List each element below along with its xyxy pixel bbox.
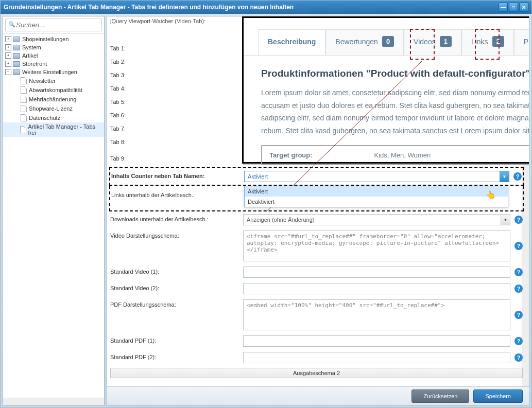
page-icon <box>20 126 26 133</box>
pdf2-input[interactable] <box>243 352 510 363</box>
page-icon <box>21 114 27 121</box>
tree-weitere[interactable]: −Weitere Einstellungen <box>3 68 104 76</box>
tab5-label: Tab 5: <box>110 97 243 105</box>
help-icon[interactable]: ? <box>514 285 523 293</box>
settings-window: Grundeinstellungen - Artikel Tab Manager… <box>0 0 532 408</box>
page-icon <box>21 105 27 112</box>
expand-icon[interactable]: + <box>5 61 11 67</box>
folder-icon <box>13 69 20 75</box>
maximize-button[interactable]: □ <box>509 3 518 12</box>
page-icon <box>21 77 27 84</box>
preview-tab-beschreibung[interactable]: Beschreibung <box>258 29 325 55</box>
expand-icon[interactable]: + <box>5 44 11 50</box>
expand-icon[interactable]: + <box>5 52 11 59</box>
tab7-label: Tab 7: <box>110 123 243 132</box>
form-scroll: jQuery Viewport-Watcher (Video-Tab): Tab… <box>107 16 529 386</box>
preview-target-group: Target group: Kids, Men, Women <box>261 145 529 165</box>
tree-datenschutz[interactable]: Datenschutz <box>3 113 104 122</box>
window-title: Grundeinstellungen - Artikel Tab Manager… <box>4 4 499 11</box>
tree-mehrfach[interactable]: Mehrfachänderung <box>3 95 104 104</box>
video-schema-textarea[interactable] <box>243 230 510 261</box>
tree-lizenz[interactable]: Shopware-Lizenz <box>3 104 104 113</box>
badge-bewertungen: 0 <box>382 36 394 47</box>
settings-tree[interactable]: +Shopeinstellungen +System +Artikel +Sto… <box>3 34 104 398</box>
tree-newsletter[interactable]: Newsletter <box>3 76 104 85</box>
main-panel: jQuery Viewport-Watcher (Video-Tab): Tab… <box>107 16 529 405</box>
folder-icon <box>13 61 20 67</box>
tree-artikel[interactable]: +Artikel <box>3 51 104 60</box>
tab1-label: Tab 1: <box>110 43 243 51</box>
tab9-label: Tab 9: <box>110 153 243 162</box>
preview-tab-links[interactable]: Links2 <box>461 29 514 55</box>
page-icon <box>21 86 27 94</box>
viewport-watcher-label: jQuery Viewport-Watcher (Video-Tab): <box>110 16 243 24</box>
target-label: Target group: <box>269 151 313 159</box>
collapse-icon[interactable]: − <box>5 69 11 75</box>
video1-label: Standard Video (1): <box>110 267 243 275</box>
folder-icon <box>13 37 20 42</box>
folder-icon <box>13 45 20 50</box>
help-icon[interactable]: ? <box>514 353 523 362</box>
tree-abwaerts[interactable]: Abwärtskompatibilität <box>3 85 104 95</box>
preview-tabs: Beschreibung Bewertungen0 Videos1 Links2… <box>244 18 529 56</box>
tab8-label: Tab 8: <box>110 137 243 145</box>
links-label: Links unterhalb der Artikelbesch.: <box>111 190 244 198</box>
help-icon[interactable]: ? <box>514 242 523 250</box>
search-icon: 🔍 <box>8 21 15 28</box>
minimize-button[interactable]: — <box>499 3 508 12</box>
tab2-label: Tab 2: <box>110 57 243 65</box>
preview-tab-videos[interactable]: Videos1 <box>404 29 461 55</box>
help-icon[interactable]: ? <box>514 337 523 345</box>
help-icon[interactable]: ? <box>514 268 523 276</box>
folder-icon <box>13 53 20 59</box>
titlebar[interactable]: Grundeinstellungen - Artikel Tab Manager… <box>1 1 531 14</box>
dropdown-option-deaktiviert[interactable]: Deaktiviert <box>245 197 508 207</box>
search-input[interactable] <box>5 19 102 31</box>
video1-input[interactable] <box>243 267 510 278</box>
chevron-down-icon[interactable]: ▼ <box>501 215 510 225</box>
downloads-label: Downloads unterhalb der Artikelbesch.: <box>110 214 243 222</box>
section-ausgabeschema2[interactable]: Ausgabeschema 2 <box>110 368 523 378</box>
badge-videos: 1 <box>440 36 452 47</box>
video2-input[interactable] <box>243 283 510 294</box>
reset-button[interactable]: Zurücksetzen <box>411 389 469 403</box>
help-icon[interactable]: ? <box>514 216 523 224</box>
tree-storefront[interactable]: +Storefront <box>3 60 104 68</box>
button-bar: Zurücksetzen Speichern <box>107 386 529 405</box>
tab6-label: Tab 6: <box>110 110 243 118</box>
counter-label: Inhalts Counter neben Tab Namen: <box>111 171 244 179</box>
help-icon[interactable]: ? <box>514 311 523 319</box>
preview-tab-bewertungen[interactable]: Bewertungen0 <box>325 29 404 55</box>
tab-preview-overlay: Beschreibung Bewertungen0 Videos1 Links2… <box>242 16 529 164</box>
preview-heading: Produktinformationen "Product with defau… <box>261 68 529 79</box>
dropdown-option-aktiviert[interactable]: Aktiviert <box>245 186 508 197</box>
tree-tabmanager[interactable]: Artikel Tab Manager - Tabs frei <box>3 122 104 137</box>
pdf1-input[interactable] <box>243 335 510 347</box>
pdf-schema-textarea[interactable] <box>243 299 510 330</box>
badge-links: 2 <box>492 36 504 47</box>
tree-shopeinstellungen[interactable]: +Shopeinstellungen <box>3 35 104 43</box>
sidebar: 🔍 +Shopeinstellungen +System +Artikel +S… <box>3 16 105 405</box>
form-area: jQuery Viewport-Watcher (Video-Tab): Tab… <box>107 16 529 386</box>
preview-body: Produktinformationen "Product with defau… <box>244 56 529 178</box>
target-value: Kids, Men, Women <box>374 151 431 159</box>
video2-label: Standard Video (2): <box>110 283 243 291</box>
page-icon <box>21 96 27 103</box>
pdf-schema-label: PDF Darstellungsschema: <box>110 299 243 308</box>
video-schema-label: Video Darstellungsschema: <box>110 230 243 239</box>
preview-tab-pdfs[interactable]: PDFs1 <box>514 29 529 55</box>
expand-icon[interactable]: + <box>5 36 11 42</box>
sidebar-hscroll[interactable] <box>3 398 104 405</box>
close-button[interactable]: ✕ <box>519 3 528 12</box>
tab3-label: Tab 3: <box>110 70 243 78</box>
counter-dropdown[interactable]: Aktiviert Deaktiviert <box>244 186 508 207</box>
downloads-select[interactable]: Anzeigen (ohne Änderung)▼ <box>243 214 510 225</box>
search-container: 🔍 <box>3 16 104 34</box>
pdf1-label: Standard PDF (1): <box>110 335 243 344</box>
save-button[interactable]: Speichern <box>473 389 523 403</box>
dropdown-highlight: Links unterhalb der Artikelbesch.: Aktiv… <box>109 186 524 211</box>
window-body: 🔍 +Shopeinstellungen +System +Artikel +S… <box>1 14 531 407</box>
tree-system[interactable]: +System <box>3 43 104 51</box>
pdf2-label: Standard PDF (2): <box>110 352 243 360</box>
preview-text: Lorem ipsum dolor sit amet, consetetur s… <box>261 86 529 137</box>
